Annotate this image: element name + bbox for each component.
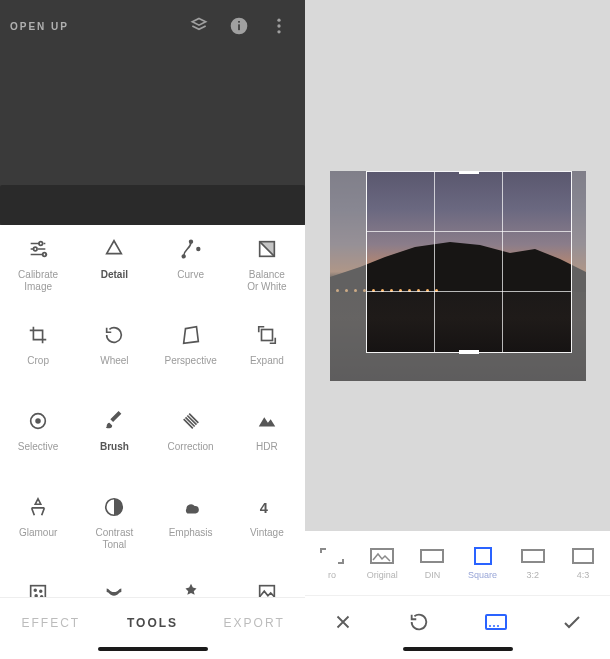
tool-white-balance[interactable]: Balance Or White [229,235,305,303]
tool-label: Glamour [19,527,57,539]
tool-label: HDR [256,441,278,453]
svg-point-11 [197,248,200,251]
tool-label: Expand [250,355,284,367]
tool-curves[interactable]: Curve [153,235,229,303]
ratio-square[interactable]: Square [460,546,506,580]
tool-label: Vintage [250,527,284,539]
ratio-3-2[interactable]: 3:2 [510,546,556,580]
tool-drama[interactable]: Emphasis [153,493,229,561]
tool-selective[interactable]: Selective [0,407,76,475]
tool-noir[interactable]: White And Black [229,579,305,597]
svg-rect-28 [573,549,593,563]
ratio-free-icon [318,546,346,566]
ratio-label: DIN [425,570,441,580]
tool-brush[interactable]: Brush [76,407,152,475]
svg-point-7 [34,247,38,251]
tool-label: Perspective [165,355,217,367]
svg-rect-26 [475,548,491,564]
vintage-icon: 4 [253,493,281,521]
image-preview-dimmed [0,185,305,225]
photo [330,171,586,381]
svg-rect-1 [238,24,240,30]
tool-perspective[interactable]: Perspective [153,321,229,389]
tab-tools[interactable]: TOOLS [102,616,204,630]
tune-icon [24,235,52,263]
crop-stage[interactable] [305,0,610,531]
tool-healing[interactable]: Correction [153,407,229,475]
ratio-4-3-icon [569,546,597,566]
tools-screen: OPEN UP Calibrate ImageDetailCurveBalanc… [0,0,305,659]
glamour-icon [24,493,52,521]
tool-label: Crop [27,355,49,367]
svg-point-30 [489,625,491,627]
svg-text:4: 4 [260,500,269,516]
drama-icon [177,493,205,521]
grain-icon [24,579,52,597]
tool-tune[interactable]: Calibrate Image [0,235,76,303]
tool-hdr[interactable]: HDR [229,407,305,475]
editor-backdrop: OPEN UP [0,0,305,225]
tool-label: Curve [177,269,204,281]
svg-point-31 [493,625,495,627]
svg-point-19 [34,589,36,591]
tool-retrolux[interactable]: Retrolux [76,579,152,597]
tool-glamour[interactable]: Glamour [0,493,76,561]
white-balance-icon [253,235,281,263]
tools-sheet: Calibrate ImageDetailCurveBalance Or Whi… [0,225,305,597]
ratio-din-icon [418,546,446,566]
svg-rect-27 [522,550,544,562]
ratio-label: 3:2 [527,570,540,580]
tool-detail[interactable]: Detail [76,235,152,303]
home-indicator [305,647,610,659]
ratio-square-icon [469,546,497,566]
tool-label: Wheel [100,355,128,367]
tool-crop[interactable]: Crop [0,321,76,389]
svg-rect-13 [261,330,272,341]
ratio-free[interactable]: ro [309,546,355,580]
tool-vintage[interactable]: 4Vintage [229,493,305,561]
info-icon[interactable] [223,10,255,42]
tool-grain[interactable]: Grain [0,579,76,597]
tool-label: Brush [100,441,129,453]
svg-point-5 [277,30,280,33]
app-brand: OPEN UP [10,21,69,32]
svg-point-32 [497,625,499,627]
rotate-button[interactable] [381,611,457,633]
tab-export[interactable]: EXPORT [203,616,305,630]
tool-expand[interactable]: Expand [229,321,305,389]
healing-icon [177,407,205,435]
ratio-din[interactable]: DIN [409,546,455,580]
svg-rect-18 [31,586,46,597]
tool-tonal-contrast[interactable]: Contrast Tonal [76,493,152,561]
ratio-original[interactable]: Original [359,546,405,580]
ratio-3-2-icon [519,546,547,566]
hdr-icon [253,407,281,435]
svg-point-3 [277,19,280,22]
crop-icon [24,321,52,349]
more-icon[interactable] [263,10,295,42]
svg-point-20 [40,590,42,592]
svg-point-6 [39,242,43,246]
ratio-4-3[interactable]: 4:3 [560,546,606,580]
tool-label: Balance Or White [247,269,286,292]
tab-effects[interactable]: EFFECT [0,616,102,630]
stack-icon[interactable] [183,10,215,42]
ratio-label: 4:3 [577,570,590,580]
perspective-icon [177,321,205,349]
aspect-button[interactable] [458,613,534,631]
tool-grunge[interactable]: Grunge [153,579,229,597]
home-indicator [0,647,305,659]
ratio-original-icon [368,546,396,566]
cancel-button[interactable] [305,611,381,633]
bottom-tabs: EFFECT TOOLS EXPORT [0,597,305,647]
tool-rotate[interactable]: Wheel [76,321,152,389]
svg-point-15 [35,418,41,424]
svg-point-4 [277,24,280,27]
tonal-contrast-icon [100,493,128,521]
detail-icon [100,235,128,263]
aspect-ratio-row: roOriginalDINSquare3:24:3 [305,531,610,595]
svg-point-9 [182,255,185,258]
svg-rect-2 [238,21,240,23]
confirm-button[interactable] [534,610,610,634]
tool-label: Selective [18,441,59,453]
